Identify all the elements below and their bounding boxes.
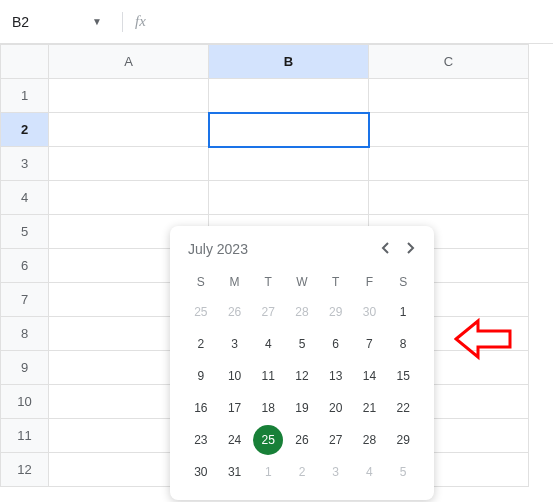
date-day[interactable]: 19: [287, 393, 317, 423]
prev-month-button[interactable]: [380, 240, 390, 258]
row-header-1[interactable]: 1: [1, 79, 49, 113]
date-day[interactable]: 11: [253, 361, 283, 391]
date-day[interactable]: 30: [354, 297, 384, 327]
row-header-8[interactable]: 8: [1, 317, 49, 351]
date-day[interactable]: 29: [388, 425, 418, 455]
date-day[interactable]: 7: [354, 329, 384, 359]
date-picker-header: July 2023: [184, 240, 420, 258]
row-header-11[interactable]: 11: [1, 419, 49, 453]
date-day[interactable]: 2: [287, 457, 317, 487]
day-of-week-header: M: [218, 268, 252, 296]
date-day[interactable]: 25: [186, 297, 216, 327]
date-day[interactable]: 3: [220, 329, 250, 359]
annotation-arrow: [454, 317, 514, 365]
date-day[interactable]: 4: [354, 457, 384, 487]
day-of-week-header: T: [251, 268, 285, 296]
chevron-right-icon: [406, 242, 416, 254]
date-day[interactable]: 1: [253, 457, 283, 487]
date-day[interactable]: 30: [186, 457, 216, 487]
column-header-a[interactable]: A: [49, 45, 209, 79]
arrow-left-icon: [454, 317, 514, 361]
date-day[interactable]: 21: [354, 393, 384, 423]
dropdown-icon[interactable]: ▼: [92, 16, 102, 27]
cell-a1[interactable]: [49, 79, 209, 113]
name-box-value: B2: [12, 14, 29, 30]
row-header-6[interactable]: 6: [1, 249, 49, 283]
date-day[interactable]: 26: [220, 297, 250, 327]
date-day[interactable]: 28: [287, 297, 317, 327]
date-day[interactable]: 26: [287, 425, 317, 455]
date-today[interactable]: 25: [253, 425, 283, 455]
spreadsheet-grid: ABC123456789101112 July 2023 SMTWTFS2526…: [0, 44, 553, 487]
cell-b1[interactable]: [209, 79, 369, 113]
cell-a3[interactable]: [49, 147, 209, 181]
date-day[interactable]: 9: [186, 361, 216, 391]
date-day[interactable]: 27: [321, 425, 351, 455]
date-picker-nav: [380, 240, 416, 258]
date-day[interactable]: 12: [287, 361, 317, 391]
date-day[interactable]: 17: [220, 393, 250, 423]
date-day[interactable]: 13: [321, 361, 351, 391]
date-day[interactable]: 6: [321, 329, 351, 359]
cell-b2[interactable]: [209, 113, 369, 147]
row-header-2[interactable]: 2: [1, 113, 49, 147]
row-header-4[interactable]: 4: [1, 181, 49, 215]
day-of-week-header: W: [285, 268, 319, 296]
date-day[interactable]: 10: [220, 361, 250, 391]
cell-a4[interactable]: [49, 181, 209, 215]
date-day[interactable]: 15: [388, 361, 418, 391]
next-month-button[interactable]: [406, 240, 416, 258]
cell-a2[interactable]: [49, 113, 209, 147]
day-of-week-header: S: [184, 268, 218, 296]
date-day[interactable]: 1: [388, 297, 418, 327]
row-header-9[interactable]: 9: [1, 351, 49, 385]
date-picker: July 2023 SMTWTFS25262728293012345678910…: [170, 226, 434, 500]
date-day[interactable]: 4: [253, 329, 283, 359]
date-day[interactable]: 28: [354, 425, 384, 455]
cell-b4[interactable]: [209, 181, 369, 215]
column-header-c[interactable]: C: [369, 45, 529, 79]
date-day[interactable]: 27: [253, 297, 283, 327]
cell-c1[interactable]: [369, 79, 529, 113]
day-of-week-header: T: [319, 268, 353, 296]
row-header-12[interactable]: 12: [1, 453, 49, 487]
chevron-left-icon: [380, 242, 390, 254]
date-day[interactable]: 2: [186, 329, 216, 359]
date-day[interactable]: 8: [388, 329, 418, 359]
date-day[interactable]: 16: [186, 393, 216, 423]
date-day[interactable]: 20: [321, 393, 351, 423]
date-day[interactable]: 18: [253, 393, 283, 423]
row-header-5[interactable]: 5: [1, 215, 49, 249]
column-header-b[interactable]: B: [209, 45, 369, 79]
date-day[interactable]: 24: [220, 425, 250, 455]
date-day[interactable]: 14: [354, 361, 384, 391]
date-day[interactable]: 31: [220, 457, 250, 487]
date-day[interactable]: 29: [321, 297, 351, 327]
date-day[interactable]: 3: [321, 457, 351, 487]
divider: [122, 12, 123, 32]
select-all-corner[interactable]: [1, 45, 49, 79]
cell-c4[interactable]: [369, 181, 529, 215]
day-of-week-header: S: [386, 268, 420, 296]
date-day[interactable]: 5: [388, 457, 418, 487]
name-box[interactable]: B2 ▼: [12, 14, 102, 30]
row-header-10[interactable]: 10: [1, 385, 49, 419]
date-day[interactable]: 23: [186, 425, 216, 455]
cell-b3[interactable]: [209, 147, 369, 181]
date-day[interactable]: 22: [388, 393, 418, 423]
fx-icon[interactable]: fx: [135, 13, 146, 30]
date-day[interactable]: 5: [287, 329, 317, 359]
formula-bar: B2 ▼ fx: [0, 0, 553, 44]
cell-c3[interactable]: [369, 147, 529, 181]
date-picker-grid: SMTWTFS252627282930123456789101112131415…: [184, 268, 420, 488]
row-header-7[interactable]: 7: [1, 283, 49, 317]
day-of-week-header: F: [353, 268, 387, 296]
date-picker-title: July 2023: [188, 241, 248, 257]
row-header-3[interactable]: 3: [1, 147, 49, 181]
cell-c2[interactable]: [369, 113, 529, 147]
